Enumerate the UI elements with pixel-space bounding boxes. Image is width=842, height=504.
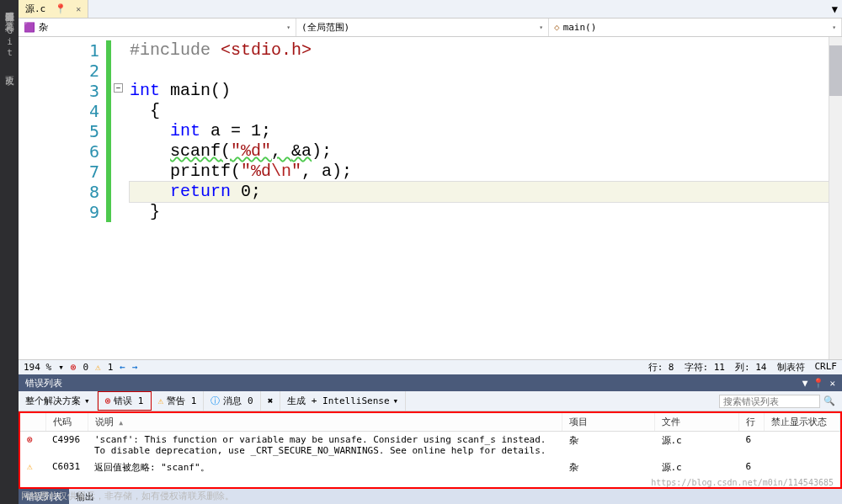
- warning-icon[interactable]: ⚠: [95, 362, 101, 373]
- error-count: 0: [83, 362, 88, 373]
- table-row[interactable]: ⚠ C6031 返回值被忽略: "scanf"。 杂 源.c 6: [20, 459, 840, 476]
- editor-status-bar: 194 % ▾ ⊗0 ⚠1 ← → 行: 8 字符: 11 列: 14 制表符 …: [19, 359, 842, 374]
- errors-filter-button[interactable]: ⊗错误 1: [98, 391, 152, 411]
- nav-scope1-label: 杂: [39, 21, 48, 34]
- error-icon[interactable]: ⊗: [71, 362, 77, 373]
- warning-icon: ⚠: [27, 461, 33, 472]
- cursor-char: 字符: 11: [685, 361, 726, 374]
- nav-scope2-label: (全局范围): [301, 21, 349, 34]
- file-tab-name: 源.c: [25, 3, 45, 15]
- activity-sidebar: 服务器资源管理器 工具箱 Git 更改: [0, 0, 19, 504]
- pin-icon[interactable]: 📍: [51, 3, 71, 14]
- scope-dropdown[interactable]: 整个解决方案 ▾: [19, 391, 98, 411]
- watermark-url: https://blog.csdn.net/m0in/114543685: [651, 478, 834, 487]
- col-desc[interactable]: 说明 ▲: [88, 413, 562, 432]
- line-number: 7: [19, 162, 106, 182]
- sidebar-tab-git[interactable]: Git 更改: [0, 20, 18, 74]
- col-line[interactable]: 行: [739, 413, 765, 432]
- error-project: 杂: [562, 459, 655, 476]
- cursor-col: 列: 14: [735, 361, 767, 374]
- sidebar-tab-toolbox[interactable]: 工具箱: [0, 10, 18, 20]
- vertical-scrollbar[interactable]: [829, 37, 842, 359]
- tab-mode[interactable]: 制表符: [777, 361, 805, 374]
- error-line: 6: [739, 459, 765, 476]
- line-number: 6: [19, 141, 106, 162]
- col-file[interactable]: 文件: [655, 413, 739, 432]
- project-icon: 🟪: [24, 22, 35, 33]
- line-number: 1: [19, 40, 106, 61]
- warning-count: 1: [108, 362, 114, 373]
- collapse-toggle[interactable]: −: [114, 83, 123, 93]
- warnings-filter-button[interactable]: ⚠警告 1: [152, 391, 205, 411]
- close-icon[interactable]: ✕: [829, 378, 835, 389]
- panel-title: 错误列表: [25, 377, 62, 390]
- navigation-bar: 🟪 杂 ▾ (全局范围) ▾ ◇ main() ▾: [19, 19, 842, 37]
- error-code: C6031: [45, 459, 88, 476]
- file-tab-active[interactable]: 源.c 📍 ✕: [19, 0, 88, 18]
- tab-overflow: ▼: [832, 0, 842, 18]
- error-file: 源.c: [655, 432, 739, 459]
- error-icon: ⊗: [27, 434, 33, 445]
- nav-scope3-label: main(): [563, 22, 597, 33]
- watermark-text: 网络图片仅供展示，非存储，如有侵权请联系删除。: [21, 490, 234, 502]
- line-number: 8: [19, 182, 106, 202]
- error-desc: 返回值被忽略: "scanf"。: [88, 459, 562, 476]
- code-line: scanf("%d", &a);: [130, 141, 842, 162]
- nav-scope-project[interactable]: 🟪 杂 ▾: [19, 19, 296, 36]
- error-line: 6: [739, 432, 765, 459]
- code-line: [130, 61, 842, 81]
- code-line: {: [130, 101, 842, 121]
- chevron-down-icon: ▾: [286, 24, 290, 31]
- clear-button[interactable]: ✖: [261, 391, 281, 411]
- code-line: #include <stdio.h>: [130, 40, 842, 61]
- col-icon[interactable]: [20, 413, 45, 432]
- code-line: int a = 1;: [130, 121, 842, 141]
- code-line-active: return 0;: [130, 182, 842, 202]
- code-line: }: [130, 202, 842, 222]
- build-filter-dropdown[interactable]: 生成 + IntelliSense ▾: [280, 391, 406, 411]
- messages-filter-button[interactable]: ⓘ消息 0: [204, 391, 260, 411]
- close-icon[interactable]: ✕: [76, 4, 81, 13]
- zoom-level[interactable]: 194 %: [24, 362, 51, 373]
- line-number: 4: [19, 101, 106, 121]
- nav-forward-icon[interactable]: →: [132, 362, 138, 373]
- chevron-down-icon: ▾: [539, 24, 543, 31]
- error-table: 代码 说明 ▲ 项目 文件 行 禁止显示状态 ⊗ C4996 'scanf': …: [20, 413, 840, 476]
- error-code: C4996: [45, 432, 88, 459]
- pin-icon[interactable]: 📍: [813, 378, 824, 389]
- error-panel-header: 错误列表 ▼ 📍 ✕: [19, 374, 842, 391]
- code-line: printf("%d\n", a);: [130, 162, 842, 182]
- code-line: int main(): [130, 81, 842, 101]
- error-toolbar: 整个解决方案 ▾ ⊗错误 1 ⚠警告 1 ⓘ消息 0 ✖ 生成 + Intell…: [19, 391, 842, 411]
- chevron-down-icon: ▾: [832, 24, 836, 31]
- sidebar-tab-server-explorer[interactable]: 服务器资源管理器: [0, 0, 18, 10]
- code-text-area[interactable]: #include <stdio.h> int main() { int a = …: [109, 37, 842, 359]
- dropdown-icon[interactable]: ▼: [802, 378, 808, 389]
- nav-back-icon[interactable]: ←: [120, 362, 125, 373]
- nav-scope-global[interactable]: (全局范围) ▾: [296, 19, 549, 36]
- nav-scope-function[interactable]: ◇ main() ▾: [549, 19, 842, 36]
- dropdown-icon[interactable]: ▼: [832, 3, 838, 15]
- function-icon: ◇: [554, 22, 560, 33]
- error-file: 源.c: [655, 459, 739, 476]
- line-number-gutter: 1 2 3 4 5 6 7 8 9: [19, 37, 106, 359]
- search-icon[interactable]: 🔍: [823, 395, 835, 406]
- line-ending[interactable]: CRLF: [815, 361, 838, 374]
- error-project: 杂: [562, 432, 655, 459]
- search-input[interactable]: [719, 395, 820, 408]
- scrollbar-thumb[interactable]: [829, 45, 842, 96]
- code-editor[interactable]: 1 2 3 4 5 6 7 8 9 − #include <stdio.h> i…: [19, 37, 842, 359]
- col-suppress[interactable]: 禁止显示状态: [765, 413, 840, 432]
- file-tab-bar: 源.c 📍 ✕ ▼: [19, 0, 842, 19]
- line-number: 5: [19, 121, 106, 141]
- line-number: 2: [19, 61, 106, 81]
- col-code[interactable]: 代码: [45, 413, 88, 432]
- error-desc: 'scanf': This function or variable may b…: [88, 432, 562, 459]
- table-row[interactable]: ⊗ C4996 'scanf': This function or variab…: [20, 432, 840, 459]
- line-number: 9: [19, 202, 106, 222]
- cursor-line: 行: 8: [648, 361, 674, 374]
- col-project[interactable]: 项目: [562, 413, 655, 432]
- line-number: 3: [19, 81, 106, 101]
- editor-main: 源.c 📍 ✕ ▼ 🟪 杂 ▾ (全局范围) ▾ ◇ main() ▾ 1 2 …: [19, 0, 842, 374]
